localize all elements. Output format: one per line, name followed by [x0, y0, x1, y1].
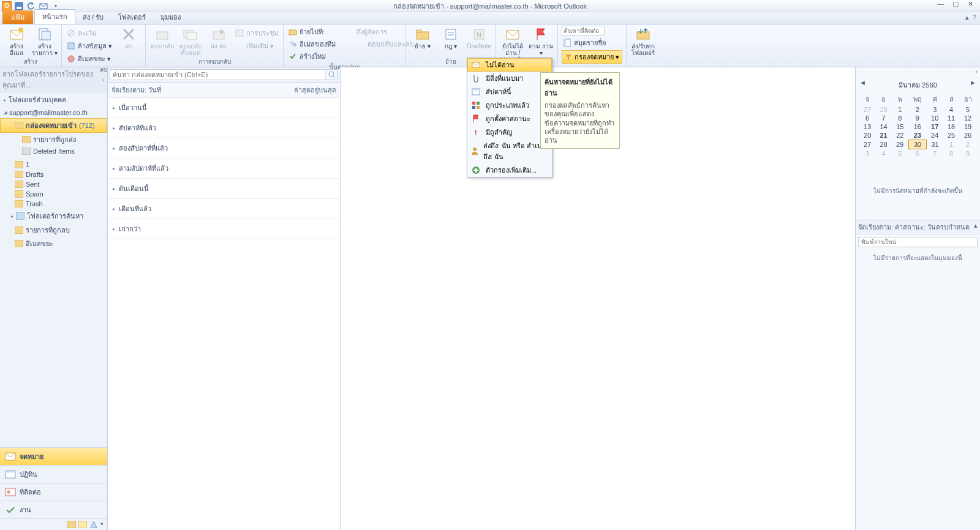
- svg-rect-23: [446, 29, 456, 39]
- date-group[interactable]: เมื่อวานนี้: [108, 98, 340, 118]
- filter-menu-item[interactable]: !มีถูสำคัญ: [467, 125, 552, 139]
- reply-all-button[interactable]: ตอบกลับ ทั้งหมด: [178, 26, 203, 56]
- svg-rect-37: [15, 181, 23, 188]
- nav-spam[interactable]: Spam: [0, 189, 107, 199]
- filter-email-button[interactable]: กรองจดหมาย ▾: [562, 50, 622, 64]
- followup-button[interactable]: ตาม งาน ▾: [528, 26, 554, 56]
- calendar-title[interactable]: มีนาคม 2560: [899, 81, 937, 89]
- nav-drafts[interactable]: Drafts: [0, 170, 107, 179]
- filter-menu-item[interactable]: ถูกตั้งค่าสถานะ: [467, 112, 552, 125]
- quick-mgr: ถึงผู้จัดการ: [344, 26, 388, 38]
- help-icon[interactable]: ?: [973, 13, 976, 21]
- minimize-button[interactable]: —: [937, 0, 944, 8]
- new-email-button[interactable]: สร้าง อีเมล: [4, 26, 29, 56]
- date-group[interactable]: เก่ากว่า: [108, 219, 340, 239]
- tooltip-body: กรองผลลัพธ์การค้นหาของคุณเพื่อแสดงข้อควา…: [545, 101, 616, 144]
- reply-button[interactable]: ตอบ กลับ: [149, 26, 175, 50]
- nav-account-header[interactable]: support@mailmaster.co.th: [0, 107, 107, 118]
- nav-all-deleted[interactable]: รายการที่ถูกลบ: [0, 223, 107, 237]
- todo-bar-collapse[interactable]: ›: [856, 67, 980, 76]
- svg-point-19: [290, 41, 293, 45]
- nav-bottom-buttons: จดหมาย ปฏิทิน ที่ติดต่อ งาน ▾: [0, 447, 107, 530]
- svg-rect-45: [6, 471, 15, 472]
- nav-mini-notes-icon[interactable]: [78, 521, 87, 528]
- filter-menu-item[interactable]: ไม่ได้อ่าน: [467, 58, 552, 72]
- ribbon-group-find: สมุดรายชื่อ กรองจดหมาย ▾ ค้นหา: [558, 24, 627, 67]
- find-contact-input[interactable]: [562, 26, 605, 35]
- onenote-button[interactable]: NOneNote: [466, 26, 492, 50]
- tooltip-title: ค้นหาจดหมายที่ยังไม่ได้อ่าน: [545, 77, 616, 99]
- quick-team[interactable]: อีเมลของทีม: [287, 38, 337, 50]
- cal-next-icon[interactable]: ▶: [971, 80, 975, 86]
- move-button[interactable]: ย้าย ▾: [410, 26, 435, 50]
- tab-home[interactable]: หน้าแรก: [34, 9, 75, 24]
- nav-sent[interactable]: Sent: [0, 179, 107, 189]
- nav-contacts-button[interactable]: ที่ติดต่อ: [0, 483, 107, 501]
- ribbon-group-respond: ตอบ กลับ ตอบกลับ ทั้งหมด ส่ง ต่อ การประช…: [146, 24, 284, 67]
- nav-folder-1[interactable]: 1: [0, 160, 107, 170]
- svg-rect-39: [15, 200, 23, 207]
- forward-button[interactable]: ส่ง ต่อ: [206, 26, 232, 50]
- nav-favorites-header[interactable]: โฟลเดอร์ส่วนบุคคล: [0, 92, 107, 107]
- svg-rect-1: [17, 7, 21, 9]
- calendar-grid[interactable]: จอพพฤศสอา2728123456789101112131415161718…: [859, 93, 976, 158]
- date-group[interactable]: สามสัปดาห์ที่แล้ว: [108, 159, 340, 179]
- arrange-by-label[interactable]: จัดเรียงตาม: วันที่: [111, 84, 161, 95]
- svg-rect-56: [477, 102, 480, 105]
- nav-deleted-items[interactable]: Deleted Items: [0, 146, 107, 156]
- quick-new[interactable]: สร้างใหม่: [287, 50, 327, 62]
- nav-mini-shortcuts-icon[interactable]: [89, 521, 98, 528]
- sort-order-label[interactable]: ล่าสุดอยู่บนสุด: [294, 84, 336, 95]
- svg-line-8: [69, 31, 74, 35]
- ribbon-group-sendreceive: ส่ง/รับทุก โฟลเดอร์: [627, 24, 660, 67]
- filter-menu-item[interactable]: สัปดาห์นี้: [467, 85, 552, 99]
- nav-search-folders[interactable]: โฟลเดอร์การค้นหา: [0, 209, 107, 223]
- new-task-input[interactable]: [858, 237, 978, 247]
- filter-menu-item[interactable]: ส่งถึง: ฉัน หรือ สำเนาถึง: ฉัน: [467, 139, 552, 163]
- date-group[interactable]: สัปดาห์ที่แล้ว: [108, 118, 340, 138]
- quick-moveto[interactable]: ย้ายไปที่:: [287, 26, 326, 38]
- send-receive-all-button[interactable]: ส่ง/รับทุก โฟลเดอร์: [630, 26, 656, 56]
- nav-tasks-button[interactable]: งาน: [0, 501, 107, 518]
- nav-inbox[interactable]: กล่องจดหมายเข้า (712): [0, 118, 107, 133]
- svg-point-10: [68, 56, 74, 62]
- ribbon-group-new: สร้าง อีเมล สร้าง รายการ ▾ สร้าง: [0, 24, 62, 67]
- date-group[interactable]: สองสัปดาห์ที่แล้ว: [108, 138, 340, 159]
- junk-button[interactable]: อีเมลขยะ ▾: [66, 53, 113, 65]
- cal-prev-icon[interactable]: ◀: [861, 80, 865, 86]
- close-button[interactable]: ✕: [967, 0, 974, 8]
- delete-button[interactable]: ลบ: [116, 26, 141, 50]
- tab-send-receive[interactable]: ส่ง / รับ: [75, 10, 111, 24]
- tab-file[interactable]: แฟ้ม: [2, 10, 33, 24]
- tab-view[interactable]: มุมมอง: [153, 10, 188, 24]
- cleanup-button[interactable]: ล้างข้อมูล ▾: [66, 40, 113, 52]
- nav-mail-button[interactable]: จดหมาย: [0, 447, 107, 465]
- rules-button[interactable]: กฎ ▾: [438, 26, 464, 50]
- filter-menu-item[interactable]: ถูกประเภทแล้ว: [467, 99, 552, 112]
- svg-rect-38: [15, 190, 23, 198]
- task-arrange-header[interactable]: จัดเรียงตาม: ค่าสถานะ: วันครบกำหนด▴: [856, 220, 980, 234]
- nav-sent-items[interactable]: รายการที่ถูกส่ง: [0, 133, 107, 146]
- svg-rect-41: [15, 226, 23, 234]
- tab-folder[interactable]: โฟลเดอร์: [111, 10, 153, 24]
- nav-trash[interactable]: Trash: [0, 199, 107, 209]
- qat-save-icon[interactable]: [13, 1, 24, 12]
- ribbon-group-quicksteps: ย้ายไปที่: ถึงผู้จัดการ อีเมลของทีม ตอบก…: [284, 24, 406, 67]
- new-items-button[interactable]: สร้าง รายการ ▾: [32, 26, 58, 56]
- nav-calendar-button[interactable]: ปฏิทิน: [0, 465, 107, 483]
- arrange-header[interactable]: จัดเรียงตาม: วันที่ ล่าสุดอยู่บนสุด: [108, 83, 340, 98]
- address-book-button[interactable]: สมุดรายชื่อ: [562, 37, 622, 49]
- ribbon-minimize-icon[interactable]: ▴: [965, 13, 969, 21]
- date-group[interactable]: เดือนที่แล้ว: [108, 199, 340, 219]
- svg-rect-31: [637, 32, 649, 39]
- svg-rect-36: [15, 171, 23, 178]
- nav-mini-more-icon[interactable]: ▾: [100, 521, 104, 528]
- date-group[interactable]: ต้นเดือนนี้: [108, 179, 340, 199]
- maximize-button[interactable]: ▢: [952, 0, 959, 8]
- nav-mini-folder-icon[interactable]: [67, 521, 76, 528]
- filter-menu-item[interactable]: ตัวกรองเพิ่มเติม...: [467, 163, 552, 177]
- nav-junk[interactable]: อีเมลขยะ: [0, 237, 107, 250]
- outlook-icon: O: [1, 1, 12, 12]
- filter-menu-item[interactable]: มีสิ่งที่แนบมา: [467, 72, 552, 85]
- filter-dropdown-menu: ไม่ได้อ่านมีสิ่งที่แนบมาสัปดาห์นี้ถูกประ…: [467, 58, 552, 177]
